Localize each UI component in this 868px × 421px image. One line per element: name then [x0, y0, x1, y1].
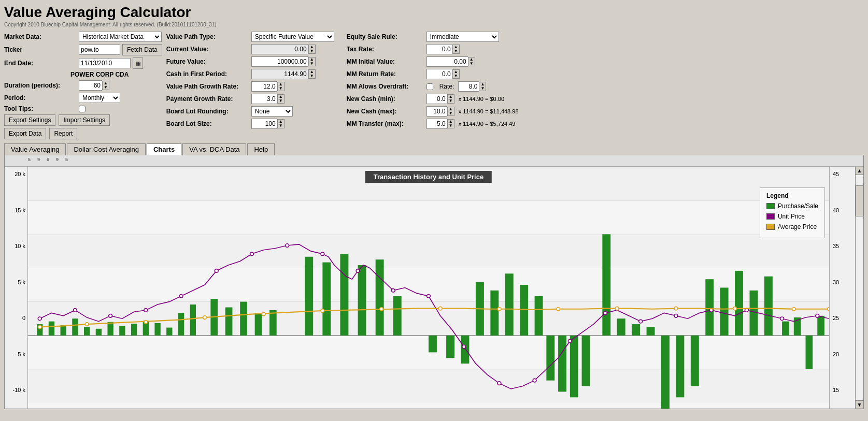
y-left-20k: 20 k: [7, 171, 25, 177]
svg-rect-57: [661, 336, 670, 409]
value-path-growth-down[interactable]: ▼: [278, 86, 284, 91]
end-date-input[interactable]: [79, 58, 131, 68]
svg-rect-26: [154, 323, 160, 336]
export-data-button[interactable]: Export Data: [4, 128, 46, 139]
svg-point-74: [215, 269, 218, 273]
scroll-down-button[interactable]: ▼: [856, 400, 863, 409]
mm-transfer-down[interactable]: ▼: [448, 124, 454, 128]
y-right-20: 20: [833, 351, 853, 357]
svg-point-100: [497, 308, 501, 311]
svg-point-105: [792, 308, 795, 311]
svg-rect-18: [61, 325, 66, 336]
svg-rect-51: [570, 336, 578, 397]
duration-label: Duration (periods):: [4, 82, 77, 89]
tabs-bar: Value Averaging Dollar Cost Averaging Ch…: [4, 143, 864, 155]
svg-rect-60: [705, 279, 714, 336]
svg-rect-65: [782, 322, 789, 336]
market-data-select[interactable]: Historical Market Data: [79, 32, 162, 42]
scrollbar-horizontal[interactable]: ◄ ►: [28, 409, 829, 409]
payment-growth-input[interactable]: [251, 94, 277, 104]
equity-sale-rule-label: Equity Sale Rule:: [347, 33, 424, 40]
scroll-thumb[interactable]: [856, 185, 863, 216]
svg-text:5: 5: [65, 157, 68, 162]
y-left-0: 0: [7, 315, 25, 321]
scroll-track: [856, 175, 863, 400]
y-right-35: 35: [833, 243, 853, 249]
new-cash-min-input[interactable]: [426, 94, 447, 104]
svg-point-80: [427, 295, 431, 298]
tooltips-label: Tool Tips:: [4, 105, 77, 112]
mm-return-input[interactable]: [426, 69, 452, 79]
svg-rect-12: [28, 234, 829, 268]
mm-initial-down[interactable]: ▼: [468, 62, 475, 66]
svg-rect-35: [305, 257, 313, 336]
tooltips-checkbox[interactable]: [79, 106, 86, 112]
svg-rect-62: [735, 271, 743, 336]
current-value-label: Current Value:: [166, 46, 249, 53]
mm-rate-input[interactable]: [458, 81, 479, 92]
cash-first-period-down[interactable]: ▼: [309, 74, 315, 78]
tab-dollar-cost-averaging[interactable]: Dollar Cost Averaging: [67, 143, 146, 155]
new-cash-min-down[interactable]: ▼: [448, 99, 454, 103]
svg-point-79: [391, 289, 395, 293]
tab-charts[interactable]: Charts: [147, 143, 181, 155]
tax-rate-down[interactable]: ▼: [453, 49, 459, 53]
y-right-40: 40: [833, 207, 853, 213]
report-button[interactable]: Report: [49, 128, 77, 139]
value-path-growth-input[interactable]: [251, 81, 277, 92]
svg-point-101: [557, 308, 560, 311]
import-settings-button[interactable]: Import Settings: [59, 114, 110, 126]
board-lot-rounding-select[interactable]: None: [251, 106, 293, 117]
current-value-input[interactable]: [251, 44, 308, 54]
export-settings-button[interactable]: Export Settings: [4, 114, 55, 126]
svg-rect-36: [322, 263, 331, 336]
mm-rate-down[interactable]: ▼: [479, 86, 486, 91]
svg-point-83: [533, 379, 536, 382]
new-cash-min-formula: x 1144.90 = $0.00: [459, 96, 504, 102]
board-lot-size-input[interactable]: [251, 119, 277, 129]
fetch-data-button[interactable]: Fetch Data: [122, 44, 162, 55]
svg-point-93: [85, 323, 89, 326]
svg-point-92: [38, 325, 41, 329]
value-path-type-select[interactable]: Specific Future Value: [251, 32, 334, 42]
mm-return-down[interactable]: ▼: [453, 74, 459, 78]
svg-point-84: [568, 339, 572, 343]
current-value-down[interactable]: ▼: [309, 49, 315, 53]
future-value-input[interactable]: [251, 56, 308, 67]
future-value-down[interactable]: ▼: [309, 62, 315, 66]
duration-down[interactable]: ▼: [103, 85, 109, 90]
svg-rect-24: [131, 324, 137, 336]
svg-point-95: [203, 316, 207, 320]
ticker-input[interactable]: [79, 45, 120, 55]
chart-svg: [28, 167, 829, 409]
y-left-neg5k: -5 k: [7, 351, 25, 357]
svg-point-97: [321, 309, 324, 313]
calendar-button[interactable]: ▦: [133, 57, 143, 69]
svg-point-96: [262, 312, 265, 316]
scroll-up-button[interactable]: ▲: [856, 167, 863, 175]
svg-rect-58: [676, 336, 684, 397]
mm-initial-input[interactable]: [426, 56, 468, 67]
svg-point-85: [604, 311, 607, 315]
svg-point-103: [674, 307, 678, 310]
new-cash-max-input[interactable]: [426, 106, 447, 117]
tab-help[interactable]: Help: [247, 143, 275, 155]
cash-first-period-input[interactable]: [251, 69, 308, 79]
period-select[interactable]: Monthly Daily Weekly Quarterly Yearly: [79, 93, 120, 103]
svg-text:6: 6: [47, 157, 49, 162]
mm-transfer-input[interactable]: [426, 119, 447, 129]
svg-rect-46: [505, 273, 514, 335]
chart-plot[interactable]: Transaction History and Unit Price: [28, 167, 829, 409]
mm-overdraft-checkbox[interactable]: [426, 83, 433, 90]
tab-value-averaging[interactable]: Value Averaging: [4, 143, 66, 155]
equity-sale-rule-select[interactable]: Immediate Deferred Never: [426, 32, 499, 42]
svg-text:9: 9: [56, 157, 59, 162]
tab-va-vs-dca[interactable]: VA vs. DCA Data: [182, 143, 246, 155]
legend-title: Legend: [766, 192, 818, 199]
scrollbar-right[interactable]: ▲ ▼: [855, 167, 863, 409]
new-cash-max-down[interactable]: ▼: [448, 111, 454, 115]
duration-input[interactable]: [79, 80, 102, 91]
payment-growth-down[interactable]: ▼: [278, 99, 284, 103]
tax-rate-input[interactable]: [426, 44, 452, 54]
board-lot-size-down[interactable]: ▼: [278, 124, 284, 128]
